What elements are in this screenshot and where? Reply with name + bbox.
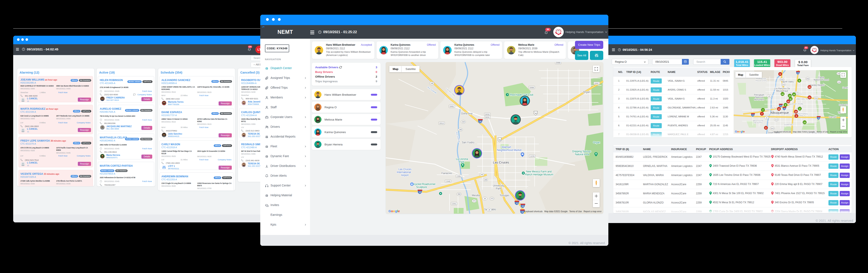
svg-text:C045: C045	[446, 180, 451, 182]
svg-text:423: 423	[782, 84, 785, 86]
svg-text:New Mexico Farm and: New Mexico Farm and	[526, 170, 552, 173]
svg-text:HILLS CIVIC: HILLS CIVIC	[755, 80, 767, 82]
svg-text:Doña Ana: Doña Ana	[461, 112, 472, 115]
svg-text:40: 40	[752, 114, 754, 116]
svg-text:5: 5	[779, 73, 781, 75]
svg-text:13: 13	[808, 86, 811, 88]
svg-text:QUIGLEY PARK: QUIGLEY PARK	[789, 103, 804, 105]
svg-text:45: 45	[768, 95, 770, 97]
svg-text:556: 556	[806, 78, 809, 80]
svg-text:9: 9	[765, 127, 766, 129]
svg-text:500: 500	[771, 128, 774, 129]
svg-text:D087: D087	[594, 82, 599, 84]
svg-text:D032: D032	[485, 113, 490, 116]
svg-text:Ranch Heritage Museum: Ranch Heritage Museum	[525, 173, 553, 176]
svg-text:Sculpture: Sculpture	[416, 186, 427, 189]
svg-text:National: National	[755, 96, 763, 98]
svg-text:LOMA DEL REY: LOMA DEL REY	[796, 98, 810, 100]
svg-text:Las Cruces: Las Cruces	[493, 160, 509, 164]
svg-text:11: 11	[789, 98, 792, 100]
svg-text:Recycled Roadrunner: Recycled Roadrunner	[411, 183, 435, 186]
svg-text:14: 14	[781, 93, 783, 95]
svg-text:536: 536	[838, 81, 841, 83]
svg-text:National Forest: National Forest	[813, 79, 829, 81]
svg-text:25: 25	[797, 72, 799, 74]
svg-text:D051: D051	[450, 105, 454, 108]
svg-text:Las Cruces: Las Cruces	[399, 168, 411, 171]
svg-text:Albuquerque: Albuquerque	[770, 111, 789, 114]
svg-text:556: 556	[815, 97, 817, 99]
svg-text:Red Hawk Golf Club: Red Hawk Golf Club	[510, 93, 533, 96]
svg-text:11: 11	[808, 96, 811, 99]
svg-text:7: 7	[761, 113, 762, 115]
svg-text:D066: D066	[530, 87, 534, 89]
svg-text:188: 188	[484, 179, 487, 181]
svg-text:28: 28	[488, 209, 490, 211]
svg-text:40: 40	[780, 105, 782, 107]
svg-text:7: 7	[762, 109, 764, 111]
svg-text:Walmart: Walmart	[502, 146, 511, 149]
svg-text:10: 10	[521, 211, 524, 213]
svg-text:10: 10	[516, 202, 518, 204]
svg-text:Sandia Heights: Sandia Heights	[810, 84, 825, 86]
svg-text:Cedar Cre: Cedar Cre	[839, 104, 848, 106]
svg-text:Dripping Springs: Dripping Springs	[572, 150, 591, 153]
svg-text:9: 9	[785, 104, 786, 106]
svg-text:12: 12	[804, 121, 806, 124]
svg-text:45: 45	[766, 117, 768, 119]
svg-text:70: 70	[499, 139, 501, 141]
svg-text:25: 25	[522, 205, 524, 207]
svg-text:C076: C076	[530, 155, 534, 157]
svg-text:Monument: Monument	[754, 98, 764, 101]
svg-text:D068: D068	[556, 62, 560, 64]
svg-text:HEIGHTS: HEIGHTS	[754, 122, 763, 124]
svg-text:5: 5	[799, 80, 800, 82]
svg-text:D031: D031	[485, 116, 490, 118]
svg-text:165: 165	[837, 73, 840, 74]
svg-text:373: 373	[490, 198, 493, 200]
svg-text:372: 372	[473, 200, 476, 202]
svg-text:25: 25	[783, 108, 785, 110]
svg-text:C051: C051	[457, 175, 461, 177]
svg-text:10: 10	[419, 191, 421, 193]
svg-text:Organ: Organ	[583, 91, 590, 94]
svg-text:La Llorona: La Llorona	[456, 157, 468, 160]
svg-text:Carnuel: Carnuel	[829, 116, 836, 118]
svg-text:4: 4	[799, 108, 800, 110]
svg-text:Organ: Organ	[593, 141, 600, 144]
svg-text:San Ysidro: San Ysidro	[462, 141, 474, 144]
svg-text:North Valley: North Valley	[782, 81, 794, 83]
svg-text:University: University	[493, 184, 504, 187]
svg-text:14: 14	[787, 100, 789, 103]
svg-text:Fairacres: Fairacres	[441, 172, 452, 175]
svg-text:Natural Area: Natural Area	[575, 153, 589, 156]
svg-text:10: 10	[789, 95, 791, 97]
svg-text:Neighborhood Market: Neighborhood Market	[497, 149, 522, 152]
svg-text:12: 12	[778, 108, 780, 110]
svg-text:4: 4	[796, 115, 797, 117]
svg-text:Petroglyph: Petroglyph	[754, 94, 764, 96]
svg-text:528: 528	[780, 79, 783, 81]
svg-text:International: International	[397, 171, 411, 174]
svg-text:185: 185	[459, 129, 462, 131]
svg-text:13: 13	[793, 94, 795, 96]
svg-text:Los Ranchos De: Los Ranchos De	[774, 87, 790, 90]
svg-text:320: 320	[462, 121, 465, 123]
svg-text:359: 359	[457, 193, 460, 195]
svg-text:342: 342	[480, 174, 483, 176]
svg-text:40: 40	[818, 117, 819, 119]
svg-text:70: 70	[534, 113, 537, 115]
svg-text:Park: Park	[496, 187, 501, 190]
svg-text:SUNPORT: SUNPORT	[784, 124, 794, 126]
svg-text:314: 314	[775, 119, 778, 121]
svg-text:Tortugas: Tortugas	[499, 194, 509, 197]
svg-text:28: 28	[484, 198, 486, 200]
svg-text:Albuquerque: Albuquerque	[776, 90, 788, 92]
svg-text:Sandia: Sandia	[842, 87, 848, 89]
svg-text:Mesilla: Mesilla	[472, 194, 480, 197]
svg-text:25: 25	[479, 121, 482, 123]
svg-text:Airport: Airport	[401, 174, 409, 177]
svg-text:C041: C041	[452, 203, 456, 205]
svg-text:D013: D013	[439, 122, 444, 124]
svg-text:10: 10	[795, 111, 797, 113]
